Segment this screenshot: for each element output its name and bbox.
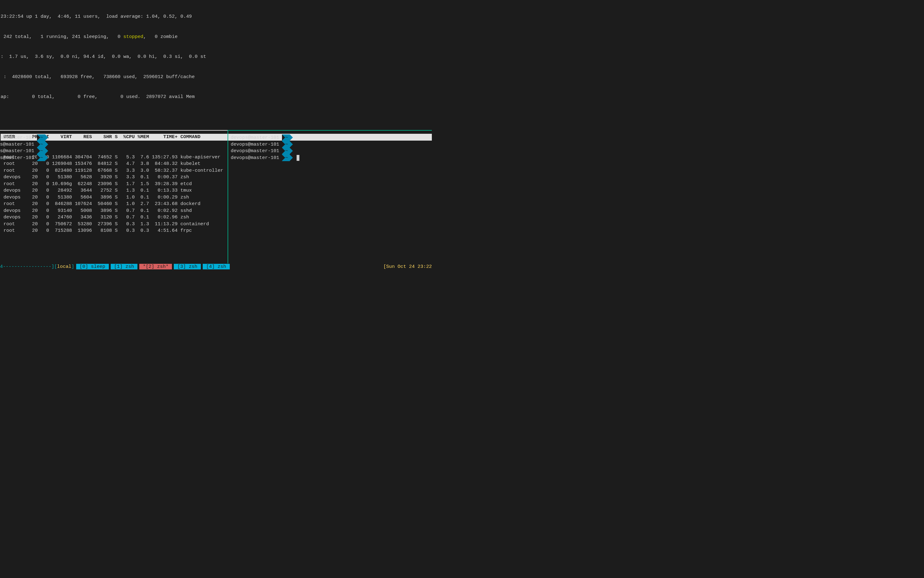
shell-prompt[interactable]: devops@master-101 ~ [231,148,432,154]
shell-prompt[interactable]: s@master-101 ~ [0,148,227,154]
process-row: root 20 0 750672 53280 27396 S 0.3 1.3 1… [1,221,432,228]
top-summary-line: 23:22:54 up 1 day, 4:46, 11 users, load … [1,13,432,20]
prompt-user-host: s@master-101 [0,148,37,154]
prompt-cwd-segment: ~ [37,154,48,161]
tmux-window-tab[interactable]: [1] zsh [111,264,138,270]
shell-prompt[interactable]: devops@master-101 ~ [231,154,432,161]
shell-prompt[interactable]: s@master-101 ~ [0,154,227,161]
shell-prompt[interactable]: devops@master-101 ~ [231,135,432,141]
status-session: 4----------------- [0,263,51,270]
prompt-user-host: devops@master-101 [231,154,282,161]
process-row: root 20 0 1269048 153476 84812 S 4.7 3.8… [1,161,432,167]
process-row: root 20 0 10.696g 62248 23096 S 1.7 1.5 … [1,181,432,188]
shell-prompt[interactable]: s@master-101 ~ [0,135,227,141]
shell-prompt[interactable]: s@master-101 ~ [0,141,227,148]
prompt-user-host: s@master-101 [0,154,37,161]
bracket: ] [71,263,74,270]
top-summary-line: 242 total, 1 running, 241 sleeping, 0 st… [1,34,432,41]
prompt-user-host: devops@master-101 [231,141,282,148]
cursor [296,155,299,161]
process-table: root 20 0 1106684 304704 74652 S 5.3 7.6… [1,154,432,234]
prompt-cwd-segment: ~ [282,135,293,141]
shell-pane-left[interactable]: s@master-101 ~s@master-101 ~s@master-101… [0,135,227,161]
process-row: root 20 0 715288 13096 8108 S 0.3 0.3 4:… [1,227,432,234]
top-summary-line: : 1.7 us, 3.6 sy, 0.0 ni, 94.4 id, 0.0 w… [1,54,432,60]
process-row: devops 20 0 51380 5628 3920 S 3.3 0.1 0:… [1,174,432,181]
prompt-user-host: devops@master-101 [231,135,282,141]
stopped-count: stopped [123,34,143,39]
prompt-user-host: devops@master-101 [231,148,282,154]
pane-divider-horizontal[interactable] [0,130,432,131]
tmux-window-tab[interactable]: *[2] zsh* [139,264,172,270]
status-local-label: local [57,263,71,270]
prompt-cwd-segment: ~ [282,154,293,161]
prompt-user-host: s@master-101 [0,141,37,148]
process-row: root 20 0 823480 119128 67668 S 3.3 3.0 … [1,167,432,174]
tmux-window-tab[interactable]: [0] sleep [76,264,109,270]
process-row: devops 20 0 93140 5008 3896 S 0.7 0.1 0:… [1,208,432,214]
shell-prompt[interactable]: devops@master-101 ~ [231,141,432,148]
status-clock: [Sun Oct 24 23:22 [384,263,432,270]
prompt-cwd-segment: ~ [37,148,48,154]
bracket: ][ [51,263,57,270]
process-row: devops 20 0 28492 3644 2752 S 1.3 0.1 0:… [1,187,432,194]
shell-pane-right-active[interactable]: devops@master-101 ~devops@master-101 ~de… [231,135,432,161]
prompt-user-host: s@master-101 [0,135,37,141]
top-summary-line: ap: 0 total, 0 free, 0 used. 2897072 ava… [1,94,432,101]
prompt-cwd-segment: ~ [282,148,293,154]
prompt-cwd-segment: ~ [37,141,48,148]
prompt-cwd-segment: ~ [282,141,293,148]
top-output-pane: 23:22:54 up 1 day, 4:46, 11 users, load … [0,0,432,248]
blank-line [1,114,432,121]
prompt-cwd-segment: ~ [37,135,48,141]
process-row: root 20 0 846288 107624 50460 S 1.0 2.7 … [1,201,432,208]
tmux-window-tab[interactable]: [3] zsh [174,264,201,270]
pane-divider-vertical[interactable] [228,130,228,263]
tmux-status-bar[interactable]: 4-----------------][local] [0] sleep [1]… [0,263,432,270]
tmux-window-tab[interactable]: [4] zsh [203,264,230,270]
process-row: devops 20 0 24760 3436 3120 S 0.7 0.1 0:… [1,214,432,221]
top-summary-line: : 4028600 total, 693928 free, 738660 use… [1,74,432,81]
process-row: devops 20 0 51380 5604 3896 S 1.0 0.1 0:… [1,194,432,201]
